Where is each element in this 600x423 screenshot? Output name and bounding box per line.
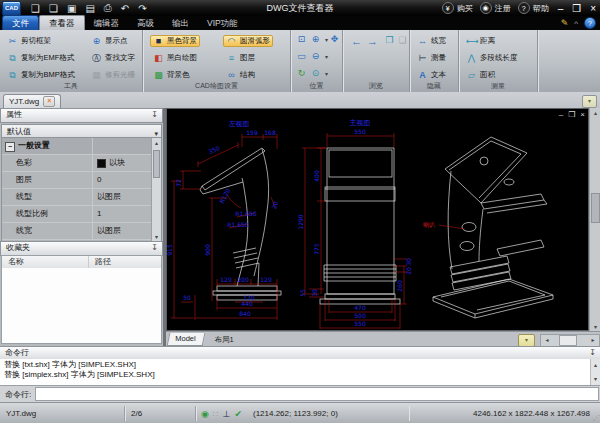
- tab-editor[interactable]: 编辑器: [85, 16, 129, 30]
- page-view2-button[interactable]: ❏: [394, 35, 411, 46]
- maximize-button[interactable]: ❒: [572, 3, 581, 14]
- tab-model[interactable]: Model: [167, 333, 206, 346]
- scroll-left-icon[interactable]: ◂: [541, 335, 553, 346]
- cad-drawing[interactable]: – ❒ ×: [166, 108, 589, 331]
- copy-bmp-button[interactable]: ⧉ 复制为BMP格式: [4, 69, 78, 81]
- zoom-out-button[interactable]: ⊖ ▾: [307, 51, 331, 62]
- show-points-button[interactable]: ⊕ 显示点: [88, 35, 131, 47]
- scrollbar-thumb[interactable]: [591, 193, 600, 223]
- bw-drawing-button[interactable]: ◧ 黑白绘图: [150, 52, 200, 64]
- trim-raster-button[interactable]: ▦ 修剪光栅: [88, 69, 138, 81]
- dim-label: 350: [207, 144, 220, 155]
- property-row[interactable]: 线型比例 1: [2, 206, 161, 223]
- tab-output[interactable]: 输出: [163, 16, 198, 30]
- copy-emf-button[interactable]: ⧉ 复制为EMF格式: [4, 52, 77, 64]
- print-icon[interactable]: ⎙: [104, 2, 112, 14]
- undo-icon[interactable]: ↶: [121, 3, 129, 14]
- dim-label: 159: [246, 129, 258, 136]
- tab-file[interactable]: 文件: [2, 15, 39, 30]
- save-icon[interactable]: ▣: [67, 3, 76, 14]
- group-label-position: 位置: [291, 81, 342, 91]
- zoom-extent-button[interactable]: ⊙ ▾: [307, 68, 331, 79]
- close-button[interactable]: ×: [590, 3, 596, 14]
- redo-icon[interactable]: ↷: [138, 3, 146, 14]
- collapse-ribbon-icon[interactable]: ^: [574, 19, 578, 28]
- pan-hand-icon: ✥: [329, 35, 340, 44]
- tab-list-chevron-icon[interactable]: ▾: [582, 95, 597, 108]
- tab-viewer[interactable]: 查看器: [39, 15, 85, 30]
- measure-area-button[interactable]: ▱ 面积: [463, 69, 498, 81]
- open-file-icon[interactable]: ❏: [49, 3, 58, 14]
- nav-back-button[interactable]: ←: [348, 34, 365, 48]
- find-text-button[interactable]: Ⓐ 查找文字: [88, 52, 138, 64]
- favorites-list[interactable]: [1, 268, 162, 344]
- background-color-button[interactable]: ▩ 背景色: [150, 69, 193, 81]
- pan-button[interactable]: ✥: [326, 34, 343, 45]
- help-small-icon[interactable]: ?: [584, 17, 596, 29]
- tab-advanced[interactable]: 高级: [128, 16, 163, 30]
- dim-label: 260: [396, 280, 403, 292]
- front-view-title: 主视图: [350, 118, 371, 127]
- save-as-icon[interactable]: ▤: [85, 3, 94, 14]
- dim-label: R1,650: [235, 210, 257, 217]
- property-row[interactable]: 线宽 以图层: [2, 223, 161, 240]
- structure-button[interactable]: ∞ 结构: [223, 69, 258, 81]
- snap-toggle-icon[interactable]: ◉: [201, 409, 209, 419]
- pin-icon[interactable]: ↧: [589, 347, 596, 359]
- buy-button[interactable]: ¥ 购买: [442, 2, 473, 14]
- collapse-box-icon[interactable]: −: [5, 142, 15, 152]
- command-input[interactable]: [35, 387, 599, 401]
- smooth-arc-button[interactable]: ◠ 圆滑弧形: [223, 35, 273, 47]
- nav-forward-button[interactable]: →: [364, 34, 381, 48]
- tab-vip[interactable]: VIP功能: [198, 16, 247, 30]
- tab-layout1[interactable]: 布局1: [204, 335, 243, 345]
- layers-button[interactable]: ≡ 图层: [223, 52, 258, 64]
- cut-frame-button[interactable]: ✂ 剪切框架: [4, 35, 54, 47]
- command-scrollbar[interactable]: ▴ ▾: [590, 359, 600, 385]
- resize-grip[interactable]: ⋰: [593, 414, 599, 422]
- document-tab[interactable]: YJT.dwg ×: [3, 94, 61, 108]
- help-button[interactable]: ? 帮助: [518, 2, 549, 14]
- new-file-icon[interactable]: ❑: [31, 3, 40, 14]
- document-tab-bar: YJT.dwg × ▾: [0, 92, 600, 109]
- close-tab-icon[interactable]: ×: [43, 96, 55, 107]
- doc-minimize-icon[interactable]: –: [559, 110, 563, 119]
- property-row[interactable]: 色彩 以块: [2, 155, 161, 172]
- property-grid: − 一般设置 色彩 以块 图层 0 线型 以图层 线型比例 1: [1, 137, 162, 242]
- scroll-up-icon[interactable]: ▴: [590, 109, 600, 116]
- property-row[interactable]: 图层 0: [2, 172, 161, 189]
- group-label-browse: 浏览: [343, 81, 409, 91]
- property-grid-scrollbar[interactable]: ▴ ▾: [151, 138, 161, 241]
- pin-icon[interactable]: ↧: [151, 242, 158, 254]
- app-logo[interactable]: CAD: [2, 1, 21, 16]
- register-button[interactable]: ◉ 注册: [480, 2, 511, 14]
- minimize-button[interactable]: –: [558, 3, 564, 14]
- forward-arrow-icon: →: [367, 35, 378, 47]
- measure-polyline-button[interactable]: ⋀ 多段线长度: [463, 52, 521, 64]
- dim-label: 915: [167, 244, 173, 256]
- pin-icon[interactable]: ↧: [151, 109, 158, 121]
- style-pencil-icon[interactable]: ✎: [561, 18, 569, 28]
- color-swatch: [97, 159, 106, 168]
- dim-label: 470: [354, 304, 366, 311]
- canvas-vertical-scrollbar[interactable]: ▴ ▾: [589, 108, 600, 331]
- scroll-right-icon[interactable]: ▸: [587, 335, 599, 346]
- ortho-toggle-icon[interactable]: ⊥: [223, 409, 231, 419]
- black-background-button[interactable]: ■ 黑色背景: [150, 35, 200, 47]
- hide-linewidth-button[interactable]: ↔ 线宽: [414, 35, 449, 47]
- scrollbar-thumb[interactable]: [559, 335, 577, 346]
- hide-text-button[interactable]: A 文本: [414, 69, 449, 81]
- property-group-row[interactable]: − 一般设置: [2, 138, 161, 155]
- doc-restore-icon[interactable]: ❒: [568, 110, 575, 119]
- edit-toggle-icon[interactable]: ✔: [234, 409, 242, 419]
- scroll-down-icon[interactable]: ▾: [590, 323, 600, 330]
- command-history[interactable]: 替换 [txt.shx] 字体为 [SIMPLEX.SHX] 替换 [simpl…: [0, 359, 600, 386]
- property-row[interactable]: 线型 以图层: [2, 189, 161, 206]
- hide-measure-button[interactable]: ⊢ 测量: [414, 52, 449, 64]
- measure-distance-button[interactable]: ⟷ 距离: [463, 35, 498, 47]
- doc-close-icon[interactable]: ×: [580, 110, 585, 119]
- grid-toggle-icon[interactable]: ∷: [213, 409, 219, 419]
- trim-raster-icon: ▦: [91, 71, 102, 80]
- group-label-tools: 工具: [0, 81, 142, 91]
- command-prompt-label: 命令行:: [0, 389, 35, 400]
